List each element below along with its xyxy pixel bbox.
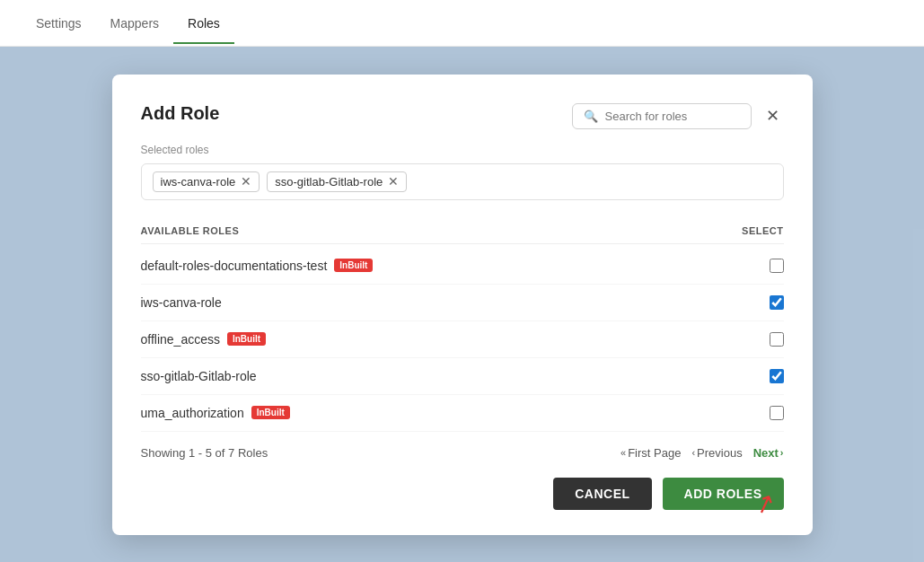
role-checkbox-4[interactable]: [770, 406, 784, 420]
table-row: sso-gitlab-Gitlab-role: [141, 358, 784, 395]
tag-close-iws[interactable]: ✕: [241, 175, 251, 188]
role-name: default-roles-documentations-test InBuil…: [141, 259, 374, 273]
inbuilt-badge: InBuilt: [251, 406, 290, 419]
chevron-left-icon: ‹: [691, 447, 695, 458]
table-row: uma_authorization InBuilt: [141, 395, 784, 432]
tag-close-sso[interactable]: ✕: [388, 175, 399, 188]
role-label: default-roles-documentations-test: [141, 259, 328, 273]
previous-button[interactable]: ‹ Previous: [691, 446, 742, 460]
role-name: uma_authorization InBuilt: [141, 406, 290, 420]
cancel-button[interactable]: CANCEL: [553, 478, 651, 510]
role-checkbox-3[interactable]: [770, 369, 784, 383]
inbuilt-badge: InBuilt: [334, 259, 373, 272]
modal-header: Add Role 🔍 ✕: [141, 103, 784, 129]
tag-sso-gitlab: sso-gitlab-Gitlab-role ✕: [267, 171, 407, 192]
chevron-double-left-icon: «: [620, 447, 626, 458]
search-container: 🔍 ✕: [572, 103, 784, 129]
showing-text: Showing 1 - 5 of 7 Roles: [141, 446, 268, 460]
role-name: iws-canva-role: [141, 295, 222, 310]
next-button[interactable]: Next ›: [753, 446, 784, 460]
col-header-select: Select: [742, 225, 783, 236]
first-page-button[interactable]: « First Page: [620, 446, 681, 460]
role-name: offline_access InBuilt: [141, 332, 267, 347]
role-checkbox-2[interactable]: [770, 332, 784, 347]
role-label: offline_access: [141, 332, 220, 347]
top-navigation: Settings Mappers Roles: [0, 0, 924, 47]
tag-label: iws-canva-role: [161, 175, 236, 189]
role-checkbox-1[interactable]: [770, 295, 784, 310]
selected-roles-label: Selected roles: [141, 144, 784, 156]
selected-roles-tags: iws-canva-role ✕ sso-gitlab-Gitlab-role …: [141, 163, 784, 200]
add-role-modal: Add Role 🔍 ✕ Selected roles iws-canva-ro…: [112, 75, 813, 535]
inbuilt-badge: InBuilt: [227, 332, 266, 346]
modal-backdrop: Add Role 🔍 ✕ Selected roles iws-canva-ro…: [0, 47, 924, 562]
search-icon: 🔍: [584, 110, 598, 123]
tag-iws-canva-role: iws-canva-role ✕: [153, 171, 260, 192]
pagination: « First Page ‹ Previous Next ›: [620, 446, 783, 460]
role-label: iws-canva-role: [141, 295, 222, 310]
chevron-right-icon: ›: [780, 447, 784, 458]
first-page-label: First Page: [628, 446, 681, 460]
modal-title: Add Role: [141, 103, 220, 124]
role-checkbox-0[interactable]: [770, 259, 784, 273]
search-input[interactable]: [605, 110, 740, 123]
table-row: iws-canva-role: [141, 285, 784, 321]
table-row: offline_access InBuilt: [141, 321, 784, 358]
role-name: sso-gitlab-Gitlab-role: [141, 369, 257, 383]
add-roles-button[interactable]: ADD ROLES: [663, 478, 784, 510]
table-footer: Showing 1 - 5 of 7 Roles « First Page ‹ …: [141, 446, 784, 460]
table-row: default-roles-documentations-test InBuil…: [141, 248, 784, 285]
previous-label: Previous: [697, 446, 743, 460]
search-box: 🔍: [572, 103, 752, 129]
tab-mappers[interactable]: Mappers: [96, 4, 173, 43]
close-button[interactable]: ✕: [762, 105, 784, 127]
table-header: Available Roles Select: [141, 218, 784, 244]
role-label: uma_authorization: [141, 406, 244, 420]
tab-roles[interactable]: Roles: [173, 4, 234, 43]
col-header-roles: Available Roles: [141, 225, 240, 236]
next-label: Next: [753, 446, 779, 460]
tab-settings[interactable]: Settings: [22, 4, 96, 43]
tag-label: sso-gitlab-Gitlab-role: [275, 175, 383, 189]
role-label: sso-gitlab-Gitlab-role: [141, 369, 257, 383]
action-buttons: CANCEL ADD ROLES: [141, 478, 784, 510]
